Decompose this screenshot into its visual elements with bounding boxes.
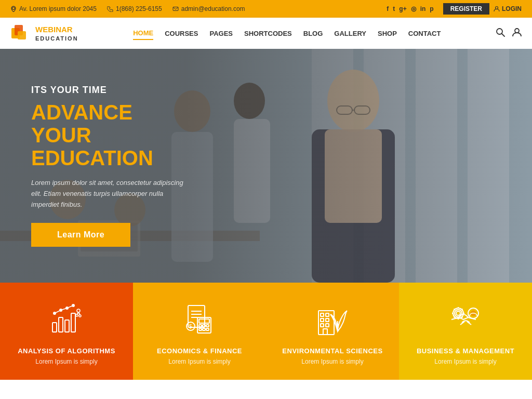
feature-card-environment: ENVIRONMENTAL SCIENCES Lorem Ipsum is si… — [266, 283, 399, 380]
nav-courses[interactable]: COURSES — [165, 28, 198, 39]
feature-desc-business: Lorem Ipsum is simply — [434, 358, 496, 365]
svg-rect-53 — [206, 328, 209, 330]
environment-icon — [314, 301, 351, 338]
svg-line-41 — [77, 312, 78, 314]
learn-more-button[interactable]: Learn More — [31, 223, 130, 247]
feature-desc-environment: Lorem Ipsum is simply — [301, 358, 363, 365]
location-icon — [10, 6, 17, 12]
feature-desc-finance: Lorem Ipsum is simply — [168, 358, 230, 365]
email-info: admin@education.com — [172, 5, 245, 12]
search-icon[interactable] — [496, 28, 505, 39]
svg-point-67 — [456, 311, 460, 315]
feature-card-algorithms: ANALYSIS OF ALGORITHMS Lorem Ipsum is si… — [0, 283, 133, 380]
nav-pages[interactable]: PAGES — [209, 28, 233, 39]
pinterest-icon[interactable]: p — [430, 5, 433, 12]
svg-line-74 — [462, 309, 463, 310]
svg-rect-30 — [59, 317, 63, 332]
instagram-icon[interactable]: ◎ — [411, 5, 416, 12]
svg-line-73 — [462, 317, 463, 318]
nav-gallery[interactable]: GALLERY — [334, 28, 366, 39]
svg-rect-57 — [321, 313, 324, 316]
login-button[interactable]: LOGIN — [494, 5, 522, 12]
logo-text: WEBINAR EDUCATION — [35, 24, 78, 42]
svg-rect-48 — [199, 325, 202, 327]
svg-point-0 — [12, 7, 15, 10]
hero-content: ITS YOUR TIME ADVANCE YOUR EDUCATION Lor… — [0, 85, 218, 246]
hero-subtitle: ITS YOUR TIME — [31, 85, 187, 96]
logo-icon — [10, 23, 31, 44]
user-account-icon[interactable] — [512, 28, 522, 39]
twitter-icon[interactable]: t — [393, 5, 395, 12]
nav-contact[interactable]: CONTACT — [408, 28, 441, 39]
svg-line-72 — [454, 309, 455, 310]
phone-info: 1(868) 225-6155 — [107, 5, 162, 12]
feature-card-finance: $ ECONOMICS & FINANCE Lorem Ipsum is sim… — [133, 283, 266, 380]
business-icon — [447, 301, 484, 338]
top-bar-contact-info: Av. Lorem ipsum dolor 2045 1(868) 225-61… — [10, 5, 245, 12]
finance-icon: $ — [181, 301, 218, 338]
svg-point-37 — [77, 309, 80, 312]
header-icons — [496, 28, 522, 39]
nav-shop[interactable]: SHOP — [378, 28, 397, 39]
feature-desc-algorithms: Lorem Ipsum is simply — [35, 358, 97, 365]
register-button[interactable]: REGISTER — [443, 3, 489, 15]
algorithms-icon — [48, 301, 85, 338]
feature-title-algorithms: ANALYSIS OF ALGORITHMS — [18, 347, 115, 355]
svg-rect-51 — [199, 328, 202, 330]
top-bar-actions: f t g+ ◎ in p REGISTER LOGIN — [387, 3, 522, 15]
svg-rect-59 — [321, 318, 324, 322]
nav-blog[interactable]: BLOG — [303, 28, 323, 39]
hero-section: ITS YOUR TIME ADVANCE YOUR EDUCATION Lor… — [0, 49, 532, 283]
main-nav: HOME COURSES PAGES SHORTCODES BLOG GALLE… — [133, 27, 441, 40]
hero-description: Lorem ipsum dolor sit amet, consectetur … — [31, 178, 187, 210]
svg-rect-31 — [65, 320, 69, 332]
svg-rect-62 — [326, 324, 329, 327]
address-info: Av. Lorem ipsum dolor 2045 — [10, 5, 97, 12]
user-icon — [494, 6, 500, 12]
svg-point-38 — [79, 315, 81, 317]
svg-rect-63 — [323, 329, 327, 335]
feature-title-finance: ECONOMICS & FINANCE — [157, 347, 242, 355]
svg-rect-32 — [71, 313, 75, 332]
feature-card-business: BUSINESS & MANAGEMENT Lorem Ipsum is sim… — [399, 283, 532, 380]
phone-icon — [107, 6, 113, 12]
top-bar: Av. Lorem ipsum dolor 2045 1(868) 225-61… — [0, 0, 532, 18]
svg-text:$: $ — [189, 323, 192, 329]
features-section: ANALYSIS OF ALGORITHMS Lorem Ipsum is si… — [0, 283, 532, 380]
hero-title: ADVANCE YOUR EDUCATION — [31, 101, 187, 169]
feature-title-business: BUSINESS & MANAGEMENT — [417, 347, 514, 355]
svg-rect-29 — [52, 323, 57, 332]
svg-rect-1 — [173, 7, 178, 11]
email-icon — [172, 6, 179, 12]
feature-title-environment: ENVIRONMENTAL SCIENCES — [282, 347, 382, 355]
svg-point-6 — [497, 29, 502, 34]
site-logo[interactable]: WEBINAR EDUCATION — [10, 23, 78, 44]
svg-rect-52 — [203, 328, 205, 330]
linkedin-icon[interactable]: in — [420, 5, 426, 12]
nav-shortcodes[interactable]: SHORTCODES — [244, 28, 292, 39]
svg-rect-5 — [18, 31, 26, 39]
svg-line-7 — [502, 34, 504, 36]
svg-point-39 — [76, 314, 78, 316]
facebook-icon[interactable]: f — [387, 5, 389, 12]
svg-rect-61 — [321, 324, 324, 327]
svg-rect-49 — [203, 325, 205, 327]
site-header: WEBINAR EDUCATION HOME COURSES PAGES SHO… — [0, 18, 532, 49]
svg-line-75 — [454, 317, 455, 318]
svg-point-2 — [496, 7, 498, 9]
googleplus-icon[interactable]: g+ — [399, 5, 406, 12]
svg-rect-58 — [326, 313, 329, 316]
nav-home[interactable]: HOME — [133, 27, 153, 40]
svg-rect-60 — [326, 318, 329, 322]
social-icons: f t g+ ◎ in p — [387, 5, 433, 12]
svg-rect-50 — [206, 325, 209, 327]
svg-point-8 — [515, 29, 519, 33]
